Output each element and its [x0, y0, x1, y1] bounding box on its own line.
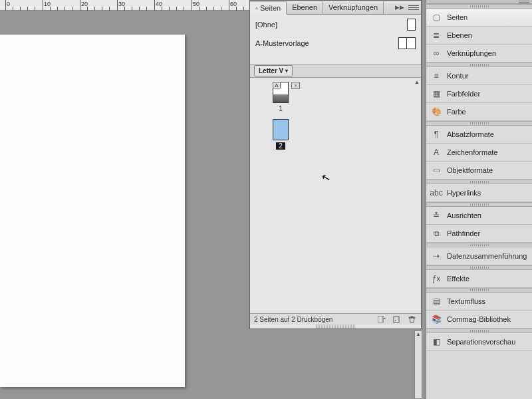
canvas-area[interactable]: [0, 11, 249, 399]
sidebar-item-zeichenformate[interactable]: AZeichenformate: [426, 144, 532, 162]
pages-icon: ▢: [430, 12, 442, 23]
sidebar-item-label: Hyperlinks: [447, 189, 481, 197]
master-row[interactable]: [Ohne]: [255, 19, 416, 31]
tab-verknüpfungen[interactable]: Verknüpfungen: [323, 1, 384, 14]
panels-sidebar: ▢Seiten≣Ebenen∞Verknüpfungen≡Kontur▦Farb…: [426, 0, 532, 399]
page-size-bar: Letter V ▾: [250, 65, 421, 78]
page-size-select[interactable]: Letter V ▾: [254, 65, 293, 76]
layers-icon: ≣: [430, 30, 442, 41]
page-thumbnail[interactable]: [273, 119, 289, 140]
para-icon: ¶: [430, 129, 442, 140]
sidebar-item-kontur[interactable]: ≡Kontur: [426, 67, 532, 85]
sidebar-item-farbfelder[interactable]: ▦Farbfelder: [426, 85, 532, 103]
panel-resize-grip[interactable]: [316, 325, 356, 329]
sidebar-item-objektformate[interactable]: ▭Objektformate: [426, 162, 532, 180]
pages-panel: ◦ SeitenEbenenVerknüpfungen ▶▶ [Ohne]A-M…: [249, 0, 422, 329]
swatches-icon: ▦: [430, 88, 442, 99]
sidebar-item-effekte[interactable]: ƒxEffekte: [426, 270, 532, 288]
sidebar-item-pathfinder[interactable]: ⧉Pathfinder: [426, 225, 532, 243]
sidebar-item-seiten[interactable]: ▢Seiten: [426, 9, 532, 27]
links-icon: ∞: [430, 48, 442, 59]
master-row[interactable]: A-Mustervorlage: [255, 37, 416, 49]
sidebar-group-separator: [426, 121, 532, 126]
ruler-mark: 0: [7, 1, 10, 7]
sidebar-item-label: Farbfelder: [447, 90, 480, 98]
sidebar-group-separator: [426, 243, 532, 247]
collapse-icon[interactable]: ▶▶: [395, 4, 404, 11]
page-number: 2: [276, 142, 285, 150]
new-page-icon[interactable]: [392, 315, 402, 323]
sidebar-item-hyperlinks[interactable]: abcHyperlinks: [426, 184, 532, 202]
sidebar-item-verknuepfungen[interactable]: ∞Verknüpfungen: [426, 45, 532, 63]
master-thumb[interactable]: [407, 19, 416, 31]
sidebar-item-label: Absatzformate: [447, 130, 494, 138]
sidebar-group-separator: [426, 329, 532, 333]
fx-icon: ƒx: [430, 273, 442, 284]
pathfinder-icon: ⧉: [430, 228, 442, 239]
sidebar-item-commag[interactable]: 📚Commag-Bibliothek: [426, 311, 532, 329]
master-letter-badge: A: [273, 82, 281, 88]
page-item[interactable]: 2: [266, 119, 295, 150]
sidebar-item-label: Datenzusammenführung: [447, 252, 527, 260]
sidebar-item-label: Commag-Bibliothek: [447, 315, 511, 323]
sidebar-item-ausrichten[interactable]: ≛Ausrichten: [426, 207, 532, 225]
sidebar-item-label: Separationsvorschau: [447, 338, 515, 346]
footer-status: 2 Seiten auf 2 Druckbögen: [254, 316, 332, 323]
page-thumbnails-list[interactable]: ▲ A×12: [250, 78, 421, 313]
page-thumbnail[interactable]: A×: [273, 82, 289, 103]
vertical-scrollbar[interactable]: ▲: [414, 331, 422, 399]
sidebar-item-label: Ausrichten: [447, 211, 481, 219]
merge-icon: ⇢: [430, 251, 442, 261]
sidebar-item-textumfluss[interactable]: ▤Textumfluss: [426, 293, 532, 311]
chevron-down-icon: ▾: [285, 68, 288, 74]
sidebar-item-label: Kontur: [447, 72, 468, 80]
sidebar-item-sepvorschau[interactable]: ◧Separationsvorschau: [426, 333, 532, 351]
sidebar-item-label: Verknüpfungen: [447, 49, 496, 57]
sidebar-item-label: Farbe: [447, 108, 466, 116]
palette-icon: 🎨: [430, 106, 442, 117]
tab-ebenen[interactable]: Ebenen: [287, 1, 323, 14]
sidebar-item-label: Seiten: [447, 13, 467, 21]
sidebar-group-separator: [426, 63, 532, 67]
svg-rect-0: [378, 316, 383, 323]
align-icon: ≛: [430, 210, 442, 221]
sidebar-group-separator: [426, 202, 532, 207]
trash-icon[interactable]: [406, 315, 417, 323]
page-number: 1: [279, 105, 283, 112]
master-name: [Ohne]: [255, 21, 277, 29]
sidebar-item-label: Effekte: [447, 275, 469, 283]
panel-tab-bar: ◦ SeitenEbenenVerknüpfungen ▶▶: [250, 1, 421, 15]
sidebar-item-absatzformate[interactable]: ¶Absatzformate: [426, 126, 532, 144]
wrap-icon: ▤: [430, 296, 442, 307]
svg-rect-2: [395, 321, 396, 321]
sidebar-item-ebenen[interactable]: ≣Ebenen: [426, 27, 532, 45]
sidebar-group-separator: [426, 180, 532, 184]
document-page[interactable]: [0, 35, 185, 387]
sidebar-group-separator: [426, 288, 532, 293]
sidebar-group-separator: [426, 265, 532, 270]
detach-icon[interactable]: ×: [291, 82, 300, 89]
char-icon: A: [430, 147, 442, 158]
ruler-horizontal: 0102030405060: [0, 0, 249, 11]
stroke-icon: ≡: [430, 70, 442, 81]
hyper-icon: abc: [430, 188, 442, 198]
library-icon: 📚: [430, 314, 442, 325]
sidebar-item-label: Objektformate: [447, 166, 493, 174]
panel-menu-icon[interactable]: [408, 3, 419, 11]
panel-footer: 2 Seiten auf 2 Druckbögen: [250, 313, 421, 325]
tab-seiten[interactable]: ◦ Seiten: [250, 1, 287, 15]
sidebar-group-separator: [426, 4, 532, 9]
obj-icon: ▭: [430, 165, 442, 176]
sidebar-item-label: Zeichenformate: [447, 148, 497, 156]
scroll-up-icon[interactable]: ▲: [414, 79, 420, 85]
svg-rect-1: [394, 317, 399, 323]
page-options-icon[interactable]: [377, 315, 388, 323]
sidebar-item-datenz[interactable]: ⇢Datenzusammenführung: [426, 247, 532, 265]
page-item[interactable]: A×1: [266, 82, 295, 112]
sidebar-top-grip[interactable]: [426, 0, 532, 4]
master-thumb[interactable]: [398, 37, 416, 49]
sepview-icon: ◧: [430, 336, 442, 347]
scroll-up-arrow-icon[interactable]: ▲: [415, 331, 422, 337]
sidebar-item-farbe[interactable]: 🎨Farbe: [426, 103, 532, 121]
sidebar-item-label: Textumfluss: [447, 297, 485, 305]
